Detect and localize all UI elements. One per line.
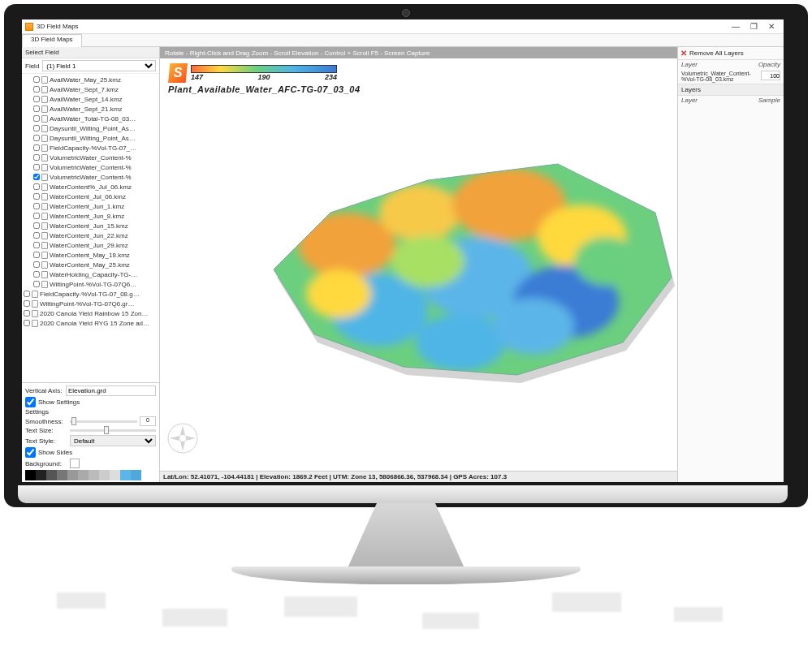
smoothness-slider[interactable] <box>70 420 137 423</box>
tree-group-item[interactable]: 2020 Canola Yield Rainbow 15 Zon… <box>24 308 159 318</box>
tree-checkbox[interactable] <box>33 125 40 131</box>
close-button[interactable]: ✕ <box>762 22 780 31</box>
maximize-button[interactable]: ❐ <box>745 22 762 31</box>
tree-item[interactable]: WaterHolding_Capacity-TG-… <box>33 269 159 279</box>
text-style-select[interactable]: Default <box>70 435 156 446</box>
tree-item[interactable]: WaterContent_May_25.kmz <box>33 260 159 269</box>
tree-checkbox[interactable] <box>33 213 40 219</box>
tree-item-label: WaterContent_Jul_06.kmz <box>50 193 126 200</box>
palette-swatch[interactable] <box>25 470 36 480</box>
tree-group-item[interactable]: FieldCapacity-%Vol-TG-07_08.g… <box>24 289 159 299</box>
tree-item-label: WaterContent_Jun_8.kmz <box>50 213 124 220</box>
tree-checkbox[interactable] <box>24 300 30 307</box>
tree-group-item[interactable]: WiltingPoint-%Vol-TG-07Q6.gr… <box>24 299 159 308</box>
tree-checkbox[interactable] <box>33 222 40 229</box>
palette-swatch[interactable] <box>99 470 110 480</box>
tree-checkbox[interactable] <box>33 261 40 268</box>
tree-checkbox[interactable] <box>33 242 40 248</box>
tree-checkbox[interactable] <box>33 164 40 170</box>
tree-checkbox[interactable] <box>33 135 40 141</box>
tree-item[interactable]: WaterContent_Jun_8.kmz <box>33 211 159 221</box>
tree-item[interactable]: VolumetricWater_Content-% <box>33 172 159 182</box>
palette-swatch[interactable] <box>131 470 141 480</box>
tree-checkbox[interactable] <box>33 115 40 122</box>
svg-point-8 <box>416 314 505 371</box>
tree-checkbox[interactable] <box>33 203 40 209</box>
legend-title: Plant_Available_Water_AFC-TG-07_03_04 <box>168 84 361 94</box>
text-size-label: Text Size: <box>25 427 67 434</box>
tree-item-label: AvailWater_Sept_7.kmz <box>50 86 119 93</box>
tree-item[interactable]: AvailWater_Sept_7.kmz <box>33 84 159 94</box>
palette-swatch[interactable] <box>57 470 67 480</box>
terrain-surface <box>217 115 677 407</box>
palette-swatch[interactable] <box>78 470 89 480</box>
tree-item[interactable]: WaterContent_Jul_06.kmz <box>33 192 159 201</box>
tree-checkbox[interactable] <box>33 193 40 200</box>
tree-item-label: WaterContent%_Jul_06.kmz <box>50 183 132 191</box>
tree-checkbox[interactable] <box>33 106 40 112</box>
tree-checkbox[interactable] <box>24 320 30 326</box>
color-palette <box>25 470 156 480</box>
tree-checkbox[interactable] <box>33 183 40 190</box>
tree-item[interactable]: AvailWater_Sept_14.kmz <box>33 94 159 104</box>
tree-checkbox[interactable] <box>33 96 40 102</box>
palette-swatch[interactable] <box>46 470 57 480</box>
tree-item[interactable]: VolumetricWater_Content-% <box>33 162 159 172</box>
tree-item[interactable]: Daysuntil_Wilting_Point_As… <box>33 123 159 133</box>
palette-swatch[interactable] <box>120 470 131 480</box>
tree-item[interactable]: WaterContent%_Jul_06.kmz <box>33 182 159 192</box>
tree-item[interactable]: WaterContent_Jun_1.kmz <box>33 201 159 211</box>
tree-checkbox[interactable] <box>33 232 40 239</box>
show-settings-checkbox[interactable] <box>25 397 36 407</box>
status-bar: Lat/Lon: 52.41071, -104.44181 | Elevatio… <box>160 471 677 482</box>
tree-checkbox[interactable] <box>24 310 30 317</box>
file-icon <box>41 242 48 249</box>
tree-item[interactable]: WaterContent_May_18.kmz <box>33 250 159 260</box>
minimize-button[interactable]: — <box>727 22 745 31</box>
tree-checkbox[interactable] <box>33 252 40 258</box>
field-select[interactable]: (1) Field 1 <box>42 60 156 71</box>
remove-all-layers-button[interactable]: ✕ Remove All Layers <box>678 47 784 60</box>
show-sides-checkbox[interactable] <box>25 447 36 458</box>
tree-item-label: AvailWater_Sept_21.kmz <box>50 106 122 113</box>
tree-checkbox[interactable] <box>33 174 40 180</box>
tree-checkbox[interactable] <box>33 76 40 83</box>
app-icon <box>25 23 33 31</box>
background-swatch[interactable] <box>70 459 80 468</box>
layer-tree[interactable]: AvailWater_May_25.kmzAvailWater_Sept_7.k… <box>22 74 159 382</box>
tree-item[interactable]: VolumetricWater_Content-% <box>33 153 159 162</box>
tree-item[interactable]: AvailWater_May_25.kmz <box>33 75 159 84</box>
viewport: Rotate - Right-Click and Drag Zoom - Scr… <box>160 47 678 482</box>
tree-checkbox[interactable] <box>33 144 40 151</box>
tree-item[interactable]: WaterContent_Jun_29.kmz <box>33 240 159 250</box>
tree-item[interactable]: WiltingPoint-%Vol-TG-07Q6… <box>33 279 159 289</box>
palette-swatch[interactable] <box>110 470 120 480</box>
smoothness-value[interactable]: 0 <box>140 416 156 426</box>
tree-item[interactable]: AvailWater_Sept_21.kmz <box>33 104 159 114</box>
tree-checkbox[interactable] <box>33 86 40 93</box>
tree-checkbox[interactable] <box>33 271 40 278</box>
tree-item[interactable]: FieldCapacity-%Vol-TG-07_… <box>33 143 159 153</box>
vertical-axis-input[interactable] <box>66 385 156 396</box>
compass-icon <box>166 422 199 454</box>
active-layer-row[interactable]: Volumetric_Water_Content-%Vol-TG-08_03.k… <box>678 69 784 84</box>
opacity-input[interactable] <box>761 71 780 80</box>
legend-max: 234 <box>325 73 337 81</box>
tree-item[interactable]: WaterContent_Jun_15.kmz <box>33 221 159 230</box>
tree-item[interactable]: AvailWater_Total-TG-08_03… <box>33 114 159 123</box>
text-size-slider[interactable] <box>70 429 156 432</box>
decorative-scatter <box>0 584 812 659</box>
palette-swatch[interactable] <box>67 470 78 480</box>
tree-item[interactable]: WaterContent_Jun_22.kmz <box>33 230 159 240</box>
file-icon <box>41 115 48 123</box>
tree-checkbox[interactable] <box>33 154 40 161</box>
tree-checkbox[interactable] <box>33 281 40 287</box>
tree-item[interactable]: Daysuntil_Wilting_Point_As… <box>33 133 159 143</box>
canvas-3d[interactable]: 147 190 234 Plant_Available_Water_AFC-TG… <box>160 58 677 471</box>
palette-swatch[interactable] <box>89 470 99 480</box>
monitor-base <box>231 566 581 584</box>
tab-3d-field-maps[interactable]: 3D Field Maps <box>22 34 82 47</box>
tree-checkbox[interactable] <box>24 291 30 297</box>
tree-group-item[interactable]: 2020 Canola Yield RYG 15 Zone ad… <box>24 318 159 328</box>
palette-swatch[interactable] <box>36 470 46 480</box>
